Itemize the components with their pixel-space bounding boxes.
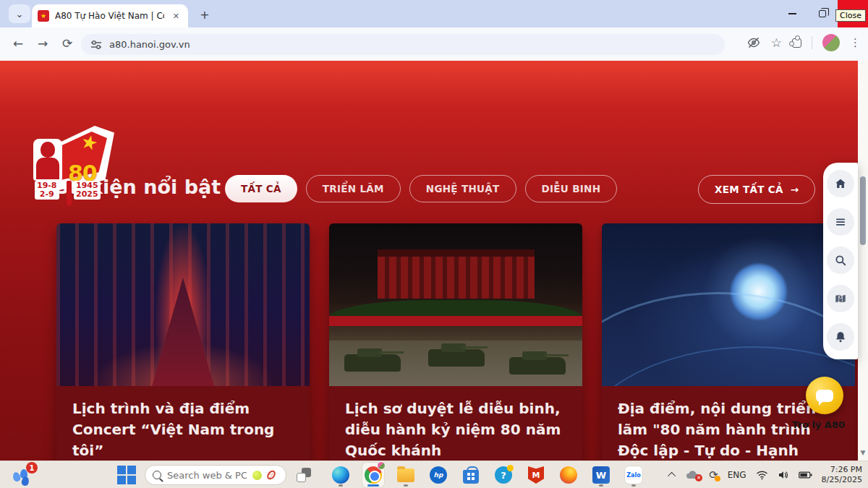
mcafee-shield-icon: M <box>528 466 544 484</box>
window-minimize-button[interactable] <box>777 0 807 27</box>
tab-search-button[interactable]: ⌄ <box>9 4 30 23</box>
microsoft-store-icon <box>463 470 479 484</box>
page-scrollbar[interactable]: ▼ <box>858 61 868 461</box>
windows-logo-icon <box>127 476 136 484</box>
card-image-parade <box>329 223 582 386</box>
get-help-icon: ? <box>495 466 512 484</box>
toolbar-divider <box>812 36 812 49</box>
scroll-down-icon[interactable]: ▼ <box>859 449 867 456</box>
home-button[interactable] <box>827 170 854 197</box>
filter-all[interactable]: TẤT CẢ <box>225 175 297 202</box>
home-icon <box>834 177 847 190</box>
zalo-icon: Zalo <box>624 466 643 484</box>
file-explorer-icon <box>397 468 414 482</box>
address-bar[interactable]: a80.hanoi.gov.vn <box>81 34 725 55</box>
taskbar-mcafee-button[interactable]: M <box>525 463 547 487</box>
chrome-profile-avatar <box>377 461 386 470</box>
event-card-exhibition[interactable]: Địa điểm, nội dung triển lãm "80 năm hàn… <box>602 223 855 488</box>
windows-logo-icon <box>117 466 126 474</box>
assistant-chat-button[interactable] <box>806 377 843 414</box>
menu-kebab-icon[interactable]: ⋮ <box>850 36 861 49</box>
map-pin-icon <box>834 292 847 305</box>
site-settings-icon[interactable] <box>90 39 102 51</box>
taskbar-file-explorer-button[interactable] <box>395 463 417 487</box>
taskbar-word-button[interactable]: W <box>590 463 612 487</box>
tank-shape <box>509 357 566 374</box>
mausoleum-shape <box>378 249 535 299</box>
a80-logo: ★ 80 19-8 2-9 1945 2025 <box>26 126 116 207</box>
clock[interactable]: 7:26 PM 8/25/2025 <box>822 465 862 486</box>
chevron-up-icon <box>668 472 676 480</box>
start-button[interactable] <box>117 466 136 484</box>
restore-icon <box>819 10 826 17</box>
wifi-button[interactable] <box>756 470 768 480</box>
firefox-icon <box>560 466 577 484</box>
view-all-button[interactable]: XEM TẤT CẢ → <box>698 175 815 204</box>
event-card-row: Lịch trình và địa điểm Concert “Việt Nam… <box>56 223 855 488</box>
forward-icon[interactable]: → <box>38 36 48 51</box>
menu-button[interactable] <box>827 208 854 236</box>
tab-close-icon[interactable]: ✕ <box>170 10 182 22</box>
search-icon <box>153 471 161 479</box>
taskbar-edge-button[interactable] <box>330 463 352 487</box>
search-input[interactable] <box>167 470 247 481</box>
url-text: a80.hanoi.gov.vn <box>109 39 190 50</box>
concert-stage-shape <box>152 278 214 386</box>
eye-off-icon[interactable] <box>746 35 761 50</box>
hp-icon: hp <box>430 466 447 484</box>
filter-parade[interactable]: DIỄU BINH <box>525 175 618 202</box>
taskbar-hp-button[interactable]: hp <box>427 463 449 487</box>
onedrive-status-button[interactable]: ✕ <box>685 470 699 480</box>
event-card-parade[interactable]: Lịch sơ duyệt lễ diễu binh, diễu hành kỷ… <box>329 223 582 488</box>
extensions-icon[interactable] <box>792 38 801 48</box>
running-indicator <box>339 484 343 487</box>
screen: ⌄ ★ A80 Tự Hào Việt Nam | Cống th ✕ + ✕ … <box>0 0 868 488</box>
taskbar-search-box[interactable] <box>145 465 286 485</box>
bookmark-star-icon[interactable]: ☆ <box>771 35 782 50</box>
speaker-icon <box>778 470 789 480</box>
browser-tab[interactable]: ★ A80 Tự Hào Việt Nam | Cống th ✕ <box>32 4 188 27</box>
profile-avatar[interactable] <box>822 34 840 51</box>
reload-icon[interactable]: ⟳ <box>62 36 72 51</box>
tank-shape <box>344 354 401 372</box>
card-image-concert <box>56 223 310 386</box>
card-image-exhibition <box>602 223 855 386</box>
filter-exhibition[interactable]: TRIỂN LÃM <box>306 175 401 202</box>
trees-shape <box>329 300 582 318</box>
window-restore-button[interactable] <box>807 0 838 27</box>
language-indicator[interactable]: ENG <box>728 470 746 480</box>
taskbar-store-button[interactable] <box>460 463 482 487</box>
battery-button[interactable] <box>799 471 812 479</box>
new-tab-button[interactable]: + <box>197 7 213 22</box>
logo-flagpole <box>67 181 72 205</box>
volume-button[interactable] <box>778 470 789 480</box>
taskbar-chrome-button[interactable] <box>362 463 384 487</box>
browser-toolbar: ← → ⟳ a80.hanoi.gov.vn ☆ ⋮ <box>0 27 868 61</box>
sync-status-button[interactable]: ⟳ <box>709 468 718 481</box>
back-icon[interactable]: ← <box>13 36 23 51</box>
wifi-icon <box>756 470 768 480</box>
scrollbar-thumb[interactable] <box>860 176 866 245</box>
task-view-button[interactable] <box>297 468 311 482</box>
taskbar-app-group: hp ? M W Zalo <box>330 461 644 488</box>
logo-dates: 19-8 2-9 <box>35 181 59 200</box>
map-button[interactable] <box>827 285 854 312</box>
tank-shape <box>428 349 485 367</box>
windows-taskbar: 1 hp ? M W Zalo <box>0 461 868 488</box>
taskbar-zalo-button[interactable]: Zalo <box>623 463 644 487</box>
chat-bubble-icon <box>816 390 833 402</box>
taskbar-get-help-button[interactable]: ? <box>493 463 514 487</box>
battery-icon <box>799 471 812 479</box>
tray-date: 8/25/2025 <box>822 475 862 485</box>
system-tray: ✕ ⟳ ENG 7:26 PM 8/25/2025 <box>670 461 862 488</box>
notifications-button[interactable] <box>827 323 854 351</box>
tray-expand-button[interactable] <box>670 472 676 478</box>
taskbar-firefox-button[interactable] <box>558 463 579 487</box>
event-card-concert[interactable]: Lịch trình và địa điểm Concert “Việt Nam… <box>56 223 310 488</box>
sync-pending-dot <box>715 476 720 481</box>
filter-art[interactable]: NGHỆ THUẬT <box>409 175 516 202</box>
logo-portrait-head <box>41 142 55 158</box>
weather-widget-button[interactable]: 1 <box>12 465 36 485</box>
search-button[interactable] <box>827 247 854 274</box>
windows-logo-icon <box>127 466 136 474</box>
